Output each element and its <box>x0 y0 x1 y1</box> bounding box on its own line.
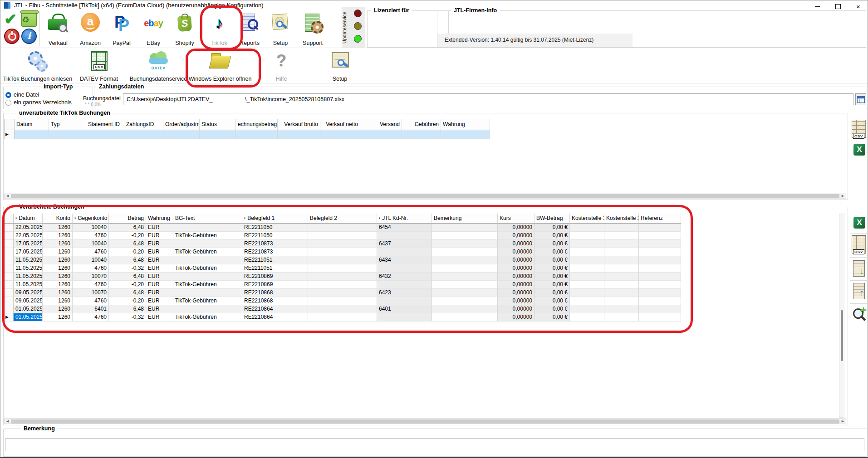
table-cell[interactable]: 09.05.2025 <box>14 297 43 305</box>
table-cell[interactable]: RE2210873 <box>242 240 308 248</box>
table-cell[interactable]: RE2210873 <box>242 248 308 256</box>
table-cell[interactable]: 6401 <box>73 305 109 313</box>
table-cell[interactable] <box>441 130 490 139</box>
table-cell[interactable]: 0,00 € <box>535 232 570 240</box>
row-pointer[interactable] <box>5 248 14 256</box>
table-cell[interactable]: TikTok-Gebühren <box>173 232 242 240</box>
table-cell[interactable] <box>432 256 498 264</box>
table-cell[interactable] <box>320 130 360 139</box>
export-file-button[interactable]: ↑ <box>853 283 867 301</box>
column-header[interactable]: Verkauf netto <box>320 119 360 130</box>
table-cell[interactable]: -0,32 <box>109 264 146 273</box>
import-file-button[interactable]: ↓ <box>853 260 867 278</box>
table-cell[interactable] <box>308 297 377 305</box>
scrollbar-thumb[interactable] <box>11 194 839 198</box>
column-header[interactable]: Verkauf brutto <box>278 119 320 130</box>
table-cell[interactable] <box>308 232 377 240</box>
table-cell[interactable]: -0,20 <box>109 281 146 289</box>
table-cell[interactable] <box>308 273 377 281</box>
table-cell[interactable] <box>308 248 377 256</box>
table-cell[interactable] <box>604 256 639 264</box>
table-cell[interactable] <box>639 305 681 313</box>
table-cell[interactable]: -0,20 <box>109 297 146 305</box>
table-row[interactable]: ▶01.05.202512604760-0,32EURTikTok-Gebühr… <box>5 313 681 322</box>
table-cell[interactable] <box>639 248 681 256</box>
table-cell[interactable]: EUR <box>146 273 173 281</box>
table-cell[interactable]: 4760 <box>73 264 109 273</box>
table-cell[interactable] <box>570 305 604 313</box>
vscrollbar[interactable] <box>839 214 844 418</box>
row-pointer[interactable] <box>5 289 14 297</box>
table-cell[interactable] <box>308 305 377 313</box>
table-cell[interactable] <box>308 313 377 322</box>
table-cell[interactable]: 6,48 <box>109 224 146 232</box>
row-pointer[interactable] <box>5 297 14 305</box>
row-pointer[interactable] <box>5 273 14 281</box>
table-cell[interactable] <box>604 289 639 297</box>
table-cell[interactable]: 22.05.2025 <box>14 224 43 232</box>
table-cell[interactable] <box>377 313 432 322</box>
table-row[interactable]: 22.05.202512604760-0,20EURTikTok-Gebühre… <box>5 232 681 240</box>
table-cell[interactable]: 1260 <box>43 264 73 273</box>
table-cell[interactable]: -0,32 <box>109 313 146 322</box>
table-cell[interactable] <box>570 232 604 240</box>
column-header[interactable]: Konto <box>43 214 73 224</box>
table-cell[interactable] <box>570 297 604 305</box>
table-row[interactable]: 11.05.20251260100706,48EURRE221086964320… <box>5 273 681 281</box>
table-cell[interactable]: -0,20 <box>109 232 146 240</box>
table-cell[interactable]: RE2210869 <box>242 273 308 281</box>
table-cell[interactable]: RE2210868 <box>242 289 308 297</box>
column-header[interactable]: Typ <box>49 119 86 130</box>
table-cell[interactable] <box>432 313 498 322</box>
table-row[interactable]: 11.05.202512604760-0,20EURTikTok-Gebühre… <box>5 281 681 289</box>
table-cell[interactable]: 0,00 € <box>535 281 570 289</box>
table-cell[interactable] <box>604 224 639 232</box>
table-cell[interactable]: EUR <box>146 289 173 297</box>
row-selector-header[interactable] <box>5 119 15 130</box>
table-cell[interactable]: 1260 <box>43 273 73 281</box>
scroll-left-icon[interactable]: ◀ <box>5 193 10 198</box>
table-cell[interactable] <box>570 281 604 289</box>
column-header[interactable]: Kurs <box>498 214 535 224</box>
table-cell[interactable] <box>604 305 639 313</box>
table-cell[interactable]: 22.05.2025 <box>14 232 43 240</box>
table-cell[interactable]: 6432 <box>377 273 432 281</box>
row-pointer[interactable] <box>5 281 14 289</box>
table-cell[interactable] <box>604 240 639 248</box>
table-cell[interactable] <box>173 289 242 297</box>
table-cell[interactable]: 0,00000 <box>498 240 535 248</box>
column-header[interactable]: Gebühren <box>402 119 441 130</box>
table-cell[interactable] <box>604 232 639 240</box>
hscrollbar-2[interactable]: ◀ ▶ <box>4 418 846 424</box>
table-cell[interactable] <box>604 248 639 256</box>
column-header[interactable]: Kostenstelle 2 <box>604 214 639 224</box>
table-cell[interactable]: 4760 <box>73 297 109 305</box>
table-cell[interactable]: 0,00000 <box>498 224 535 232</box>
table-cell[interactable] <box>86 130 124 139</box>
bemerkung-input[interactable] <box>5 439 864 451</box>
table-cell[interactable]: EUR <box>146 297 173 305</box>
table-cell[interactable] <box>377 248 432 256</box>
radio-ganzes-verzeichnis[interactable]: ein ganzes Verzeichnis <box>5 99 72 106</box>
table-cell[interactable] <box>570 224 604 232</box>
table-cell[interactable] <box>570 240 604 248</box>
table-cell[interactable] <box>639 264 681 273</box>
table-cell[interactable]: 0,00000 <box>498 305 535 313</box>
table-cell[interactable] <box>604 281 639 289</box>
table-cell[interactable]: 4760 <box>73 232 109 240</box>
table-cell[interactable] <box>639 273 681 281</box>
browse-button[interactable] <box>855 93 866 105</box>
table-cell[interactable]: 1260 <box>43 281 73 289</box>
table-cell[interactable]: 6437 <box>377 240 432 248</box>
table-cell[interactable] <box>308 256 377 264</box>
table-cell[interactable]: EUR <box>146 232 173 240</box>
column-header[interactable]: •Gegenkonto <box>73 214 109 224</box>
table-cell[interactable] <box>200 130 236 139</box>
table-cell[interactable]: 09.05.2025 <box>14 289 43 297</box>
table-cell[interactable]: 0,00 € <box>535 273 570 281</box>
table-cell[interactable]: 0,00 € <box>535 313 570 322</box>
table-cell[interactable]: 11.05.2025 <box>14 273 43 281</box>
table-cell[interactable] <box>639 297 681 305</box>
table-cell[interactable]: RE2210864 <box>242 313 308 322</box>
table-cell[interactable]: TikTok-Gebühren <box>173 264 242 273</box>
